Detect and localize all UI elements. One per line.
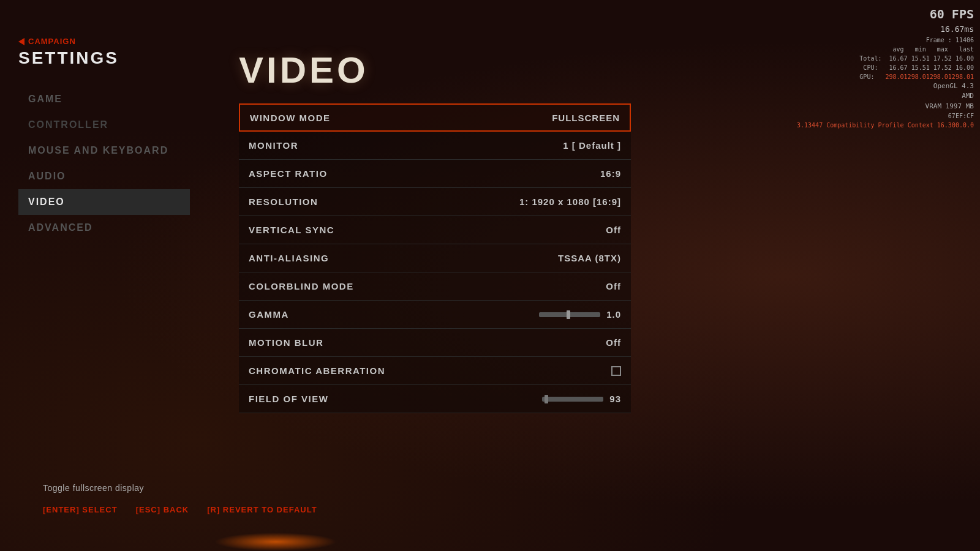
label-monitor: MONITOR — [249, 140, 298, 151]
sidebar-item-advanced[interactable]: ADVANCED — [18, 215, 190, 241]
key-hints: [ENTER] SELECT [ESC] BACK [R] REVERT TO … — [43, 505, 980, 514]
hud-frame: Frame : 11406 — [797, 36, 974, 45]
settings-list: WINDOW MODE FULLSCREEN MONITOR 1 [ Defau… — [239, 103, 631, 413]
col-avg: avg — [893, 46, 904, 53]
col-max: max — [937, 46, 948, 53]
setting-row-monitor[interactable]: MONITOR 1 [ Default ] — [239, 132, 631, 160]
sidebar-item-audio[interactable]: AUDIO — [18, 163, 190, 189]
label-chromatic: CHROMATIC ABERRATION — [249, 365, 385, 376]
gpu-values: 298.01298.01298.01298.01 — [886, 73, 974, 80]
cpu-label: CPU: — [863, 64, 878, 71]
hud-total: Total: 16.67 15.51 17.52 16.00 — [797, 54, 974, 63]
setting-row-motion-blur[interactable]: MOTION BLUR Off — [239, 329, 631, 357]
gpu-label: GPU: — [859, 73, 874, 80]
setting-row-chromatic[interactable]: CHROMATIC ABERRATION — [239, 357, 631, 385]
back-arrow-icon — [18, 38, 24, 45]
hud-opengl: OpenGL 4.3 — [797, 81, 974, 92]
back-button[interactable]: CAMPAIGN — [18, 37, 190, 46]
hud-overlay: 60 FPS 16.67ms Frame : 11406 avg min max… — [797, 5, 974, 130]
value-resolution: 1: 1920 x 1080 [16:9] — [519, 197, 621, 207]
hud-vram: VRAM 1997 MB — [797, 102, 974, 112]
setting-row-window-mode[interactable]: WINDOW MODE FULLSCREEN — [239, 103, 631, 132]
setting-row-resolution[interactable]: RESOLUTION 1: 1920 x 1080 [16:9] — [239, 188, 631, 216]
sidebar-item-game[interactable]: GAME — [18, 86, 190, 112]
page-title: VIDEO — [239, 49, 631, 91]
frame-num: 11406 — [956, 37, 974, 43]
label-resolution: RESOLUTION — [249, 197, 318, 207]
label-window-mode: WINDOW MODE — [250, 113, 330, 123]
hud-compat: 67EF:CF — [797, 111, 974, 121]
total-label: Total: — [859, 55, 881, 62]
hud-gpu: GPU: 298.01298.01298.01298.01 — [797, 72, 974, 81]
label-anti-aliasing: ANTI-ALIASING — [249, 253, 329, 263]
setting-row-colorblind[interactable]: COLORBLIND MODE Off — [239, 272, 631, 301]
hint-r: [R] REVERT TO DEFAULT — [207, 505, 317, 514]
fov-slider-thumb[interactable] — [545, 395, 548, 403]
gamma-slider-thumb[interactable] — [567, 310, 570, 319]
setting-row-gamma[interactable]: GAMMA 1.0 — [239, 301, 631, 329]
col-last: last — [959, 46, 974, 53]
fps-counter: 60 FPS — [797, 5, 974, 23]
chromatic-checkbox[interactable] — [611, 366, 621, 376]
frame-label: Frame : — [926, 37, 952, 43]
ms-counter: 16.67ms — [797, 23, 974, 36]
label-fov: FIELD OF VIEW — [249, 394, 328, 404]
gamma-slider-track[interactable] — [539, 312, 600, 317]
setting-row-anti-aliasing[interactable]: ANTI-ALIASING TSSAA (8TX) — [239, 244, 631, 272]
hud-cols: avg min max last — [797, 45, 974, 54]
label-gamma: GAMMA — [249, 309, 289, 320]
cpu-values: 16.67 15.51 17.52 16.00 — [889, 64, 974, 71]
back-label: CAMPAIGN — [28, 37, 76, 46]
main-content: VIDEO WINDOW MODE FULLSCREEN MONITOR 1 [… — [239, 49, 631, 413]
value-vsync: Off — [606, 225, 621, 235]
hud-cpu: CPU: 16.67 15.51 17.52 16.00 — [797, 63, 974, 72]
hint-esc: [ESC] BACK — [136, 505, 189, 514]
setting-row-aspect-ratio[interactable]: ASPECT RATIO 16:9 — [239, 160, 631, 188]
value-gamma: 1.0 — [606, 309, 621, 320]
label-aspect-ratio: ASPECT RATIO — [249, 168, 328, 179]
sidebar-item-controller: CONTROLLER — [18, 112, 190, 138]
label-colorblind: COLORBLIND MODE — [249, 281, 354, 291]
bottom-glow-decoration — [214, 533, 337, 551]
hud-compat2: 3.13447 Compatibility Profile Context 16… — [797, 121, 974, 130]
value-anti-aliasing: TSSAA (8TX) — [558, 253, 621, 263]
value-aspect-ratio: 16:9 — [600, 168, 621, 179]
total-values: 16.67 15.51 17.52 16.00 — [889, 55, 974, 62]
col-min: min — [915, 46, 926, 53]
fov-slider-container[interactable]: 93 — [542, 394, 621, 404]
value-colorblind: Off — [606, 281, 621, 291]
sidebar-item-mouse[interactable]: MOUSE AND KEYBOARD — [18, 138, 190, 163]
sidebar: CAMPAIGN SETTINGS GAME CONTROLLER MOUSE … — [18, 37, 190, 241]
compat-label: 67EF:CF — [948, 113, 974, 119]
setting-row-fov[interactable]: FIELD OF VIEW 93 — [239, 385, 631, 413]
value-window-mode: FULLSCREEN — [552, 113, 620, 123]
value-monitor: 1 [ Default ] — [563, 140, 621, 151]
bottom-bar: Toggle fullscreen display [ENTER] SELECT… — [43, 483, 980, 514]
value-motion-blur: Off — [606, 337, 621, 348]
label-motion-blur: MOTION BLUR — [249, 337, 323, 348]
fov-slider-track[interactable] — [542, 397, 603, 402]
sidebar-item-video[interactable]: VIDEO — [18, 189, 190, 215]
gamma-slider-container[interactable]: 1.0 — [539, 309, 621, 320]
hint-enter: [ENTER] SELECT — [43, 505, 118, 514]
settings-title: SETTINGS — [18, 48, 190, 68]
tooltip-text: Toggle fullscreen display — [43, 483, 980, 493]
hud-amd: AMD — [797, 91, 974, 102]
value-fov: 93 — [609, 394, 621, 404]
label-vsync: VERTICAL SYNC — [249, 225, 334, 235]
setting-row-vsync[interactable]: VERTICAL SYNC Off — [239, 216, 631, 244]
